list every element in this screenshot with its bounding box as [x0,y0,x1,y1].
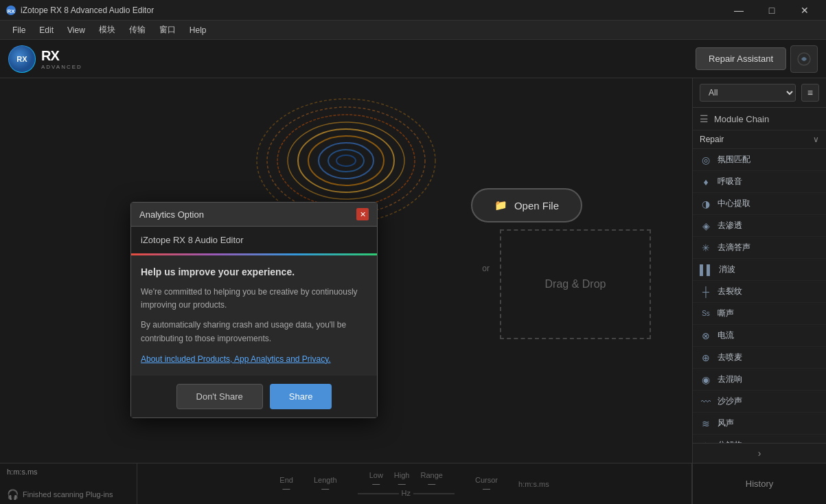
share-button[interactable]: Share [270,384,332,409]
dialog-text1: We're committed to helping you be creati… [141,286,367,312]
dialog-title: Analytics Option [139,209,204,220]
module-item-click[interactable]: ✳ 去滴答声 [693,237,826,259]
module-name-click: 去滴答声 [718,242,750,253]
ambient-icon: ◎ [700,154,712,165]
maximize-button[interactable]: □ [756,0,788,21]
logo-area: RX RX ADVANCED [8,45,82,73]
plosive-icon: ⊕ [700,352,712,363]
status-bar: h:m:s.ms 🎧 Finished scanning Plug-ins En… [0,463,826,504]
range-label: Range [420,471,442,479]
module-item-breath[interactable]: ♦ 呼吸音 [693,171,826,193]
module-chain-label: Module Chain [714,114,769,124]
rustle-icon: 〰 [700,396,712,407]
menu-modules[interactable]: 模块 [92,21,122,38]
module-name-bleed: 去渗透 [718,220,742,231]
history-label: History [746,479,773,489]
dialog-header: Analytics Option ✕ [131,203,377,227]
svg-point-14 [336,155,356,166]
module-chain-icon: ☰ [700,113,709,124]
sibilance-icon: Ss [700,310,712,317]
module-item-sibilance[interactable]: Ss 嘶声 [693,303,826,325]
svg-text:RX: RX [16,55,27,63]
status-col-cursor: Cursor — [475,476,498,492]
folder-icon: 📁 [494,199,507,211]
module-item-plosive[interactable]: ⊕ 去喷麦 [693,347,826,369]
module-item-reverb[interactable]: ◉ 去混响 [693,369,826,391]
svg-point-9 [288,122,404,199]
dialog-text2: By automatically sharing crash and usage… [141,319,367,345]
menu-edit[interactable]: Edit [32,23,60,38]
expand-button[interactable]: › [693,443,826,463]
menu-help[interactable]: Help [183,23,214,38]
module-item-crackle[interactable]: ┼ 去裂纹 [693,281,826,303]
module-item-wind[interactable]: ≋ 风声 [693,413,826,435]
toolbar-extra-icon[interactable] [790,45,818,73]
menu-file[interactable]: File [5,23,32,38]
wind-icon: ≋ [700,418,712,429]
close-button[interactable]: ✕ [789,0,821,21]
wave-icon: ▌▌ [700,264,713,275]
analytics-dialog: Analytics Option ✕ iZotope RX 8 Audio Ed… [130,202,378,418]
repair-dropdown-row[interactable]: Repair ∨ [693,130,826,149]
dont-share-button[interactable]: Don't Share [176,384,263,409]
minimize-button[interactable]: — [723,0,755,21]
module-name-reverb: 去混响 [718,374,742,385]
cursor-label: Cursor [475,476,498,484]
content-area: 🔒 安下载 anxz.com 📁 Open File or Drag & Dro… [0,78,826,463]
length-label: Length [314,476,337,484]
module-name-hum: 电流 [718,330,734,341]
status-col-end: End — [279,476,293,492]
repair-section-label: Repair [700,135,724,144]
right-panel-header: All ≡ [693,78,826,108]
module-name-rustle: 沙沙声 [718,396,742,407]
dialog-content: Help us improve your experience. We're c… [131,255,377,376]
menu-window[interactable]: 窗口 [152,21,183,38]
status-left: h:m:s.ms 🎧 Finished scanning Plug-ins [0,463,137,504]
cursor-value: — [475,484,498,492]
svg-text:RX: RX [7,8,15,14]
module-chain-row[interactable]: ☰ Module Chain [693,108,826,130]
click-icon: ✳ [700,242,712,253]
status-col-high: High — [394,471,410,488]
menu-transport[interactable]: 传输 [122,21,152,38]
grid-view-button[interactable]: ≡ [801,84,819,102]
reverb-icon: ◉ [700,374,712,385]
hz-label: Hz [402,489,411,497]
status-col-low: Low — [369,471,383,488]
drag-drop-area[interactable]: Drag & Drop [500,229,651,339]
status-right: History [692,463,826,504]
range-value: — [420,479,442,488]
right-panel: All ≡ ☰ Module Chain Repair ∨ ◎ 氛围匹配 ♦ 呼… [692,78,826,463]
module-name-plosive: 去喷麦 [718,352,742,363]
dialog-close-button[interactable]: ✕ [356,208,369,220]
hum-icon: ⊗ [700,330,712,341]
module-item-decompose[interactable]: ✦ 分解构 [693,435,826,443]
module-item-ambient[interactable]: ◎ 氛围匹配 [693,149,826,171]
headphone-icon: 🎧 [7,489,19,500]
repair-assistant-button[interactable]: Repair Assistant [696,47,786,70]
module-item-center[interactable]: ◑ 中心提取 [693,193,826,215]
window-controls: — □ ✕ [723,0,821,21]
module-item-bleed[interactable]: ◈ 去渗透 [693,215,826,237]
module-list: ◎ 氛围匹配 ♦ 呼吸音 ◑ 中心提取 ◈ 去渗透 ✳ 去滴答声 ▌▌ 消波 [693,149,826,443]
open-file-label: Open File [514,200,559,211]
open-file-button[interactable]: 📁 Open File [471,188,582,222]
status-col-length: Length — [314,476,337,492]
dialog-privacy-link[interactable]: About included Products, App Analytics a… [141,354,331,364]
module-item-hum[interactable]: ⊗ 电流 [693,325,826,347]
drag-drop-label: Drag & Drop [545,278,606,290]
module-item-wave[interactable]: ▌▌ 消波 [693,259,826,281]
center-icon: ◑ [700,198,712,209]
repair-chevron-icon: ∨ [813,135,819,144]
menu-view[interactable]: View [60,23,92,38]
module-name-wind: 风声 [718,417,734,429]
hz-bar2 [413,493,455,494]
module-item-rustle[interactable]: 〰 沙沙声 [693,391,826,413]
menu-bar: File Edit View 模块 传输 窗口 Help [0,21,826,40]
end-label: End [279,476,293,484]
app-logo-icon: RX [8,45,36,73]
module-name-wave: 消波 [719,264,735,275]
module-name-center: 中心提取 [718,198,750,209]
filter-dropdown[interactable]: All [700,84,796,102]
app-title: iZotope RX 8 Advanced Audio Editor [21,5,723,15]
